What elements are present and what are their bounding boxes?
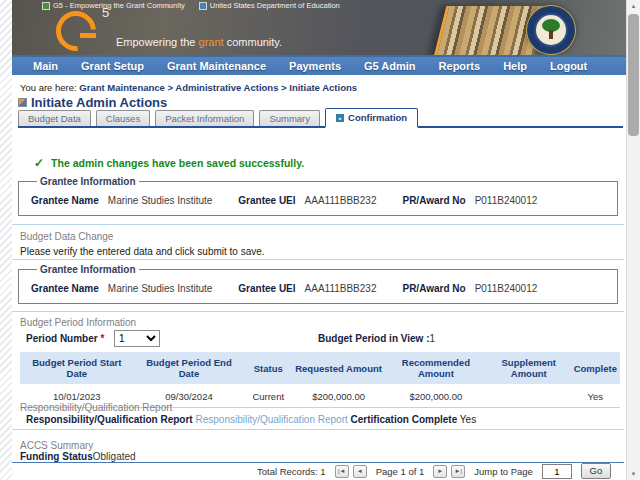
- tab-confirmation[interactable]: » Confirmation: [325, 108, 418, 128]
- page-indicator: Page 1 of 1: [376, 466, 425, 477]
- nav-item-reports[interactable]: Reports: [439, 60, 481, 72]
- scrollbar-down-arrow-icon[interactable]: ▼: [627, 468, 640, 480]
- nav-item-help[interactable]: Help: [503, 60, 527, 72]
- nav-item-logout[interactable]: Logout: [550, 60, 587, 72]
- grantee-uei-label: Grantee UEI: [238, 195, 295, 206]
- g5-logo-5: 5: [102, 5, 109, 20]
- fieldset-legend: Grantee Information: [37, 176, 139, 187]
- cell-status: Current: [244, 385, 292, 408]
- nav-item-payments[interactable]: Payments: [289, 60, 341, 72]
- budget-period-in-view: Budget Period in View :1: [318, 333, 435, 344]
- grantee-name-label: Grantee Name: [31, 195, 99, 206]
- nav-item-main[interactable]: Main: [33, 60, 58, 72]
- pr-award-no-label: PR/Award No: [402, 283, 465, 294]
- tab-summary[interactable]: Summary: [259, 110, 320, 126]
- scrollbar-thumb[interactable]: [628, 14, 639, 136]
- page-title-icon: [18, 98, 27, 107]
- col-start-date[interactable]: Budget Period Start Date: [20, 352, 134, 385]
- application-window: ▲ ▼ G5 - Empowering the Grant Community …: [0, 0, 640, 480]
- jump-to-page-input[interactable]: [542, 464, 572, 479]
- accs-summary-heading: ACCS Summary: [20, 440, 93, 451]
- tab-bar: Budget Data Clauses Packet Information S…: [18, 111, 623, 128]
- g5-logo: 5: [56, 9, 112, 55]
- budget-data-change-heading: Budget Data Change: [20, 231, 113, 242]
- fieldset-legend: Grantee Information: [37, 264, 139, 275]
- pr-award-no-value: P011B240012: [475, 195, 538, 206]
- col-supplement-amount[interactable]: Supplement Amount: [487, 352, 571, 385]
- grantee-information-fieldset: Grantee Information Grantee NameMarine S…: [18, 264, 618, 304]
- active-tab-icon: »: [336, 114, 344, 122]
- funding-status-line: Funding StatusObligated: [20, 451, 136, 462]
- separator: [12, 259, 624, 260]
- cell-complete: Yes: [571, 385, 620, 408]
- required-asterisk: *: [100, 333, 104, 344]
- g5-logo-g-arc: [48, 3, 104, 57]
- grantee-name-value: Marine Studies Institute: [108, 283, 213, 294]
- banner-title-ed: United States Department of Education: [199, 1, 340, 10]
- separator: [12, 429, 624, 430]
- grantee-uei-value: AAA111BBB232: [305, 195, 377, 206]
- col-complete[interactable]: Complete: [571, 352, 620, 385]
- next-page-button[interactable]: ►: [433, 465, 447, 478]
- breadcrumb-path[interactable]: Grant Maintenance > Administrative Actio…: [79, 82, 357, 93]
- g5-banner: G5 - Empowering the Grant Community Unit…: [12, 0, 627, 57]
- col-recommended-amount[interactable]: Recommended Amount: [385, 352, 487, 385]
- first-page-button[interactable]: |◄: [335, 465, 349, 478]
- period-number-select[interactable]: 1: [114, 330, 160, 347]
- grantee-name-value: Marine Studies Institute: [108, 195, 213, 206]
- success-message: ✓ The admin changes have been saved succ…: [34, 156, 304, 170]
- nav-item-grant-maintenance[interactable]: Grant Maintenance: [167, 60, 266, 72]
- seal-center: [536, 15, 566, 45]
- nav-item-grant-setup[interactable]: Grant Setup: [81, 60, 144, 72]
- seal-tree-trunk: [549, 30, 553, 39]
- table-header-row: Budget Period Start Date Budget Period E…: [20, 352, 620, 385]
- separator: [12, 311, 624, 312]
- certification-complete-value: Yes: [460, 414, 476, 425]
- last-page-button[interactable]: ►|: [451, 465, 465, 478]
- col-status[interactable]: Status: [244, 352, 292, 385]
- period-number-row: Period Number * 1 Budget Period in View …: [26, 330, 616, 348]
- banner-title-text: United States Department of Education: [210, 1, 340, 10]
- breadcrumb-prefix: You are here:: [20, 82, 77, 93]
- previous-page-button[interactable]: ◄: [353, 465, 367, 478]
- col-end-date[interactable]: Budget Period End Date: [134, 352, 245, 385]
- period-number-label: Period Number *: [26, 333, 104, 344]
- department-of-education-seal: [527, 6, 575, 54]
- pagination-bar: Total Records: 1 |◄ ◄ Page 1 of 1 ► ►| J…: [257, 463, 611, 479]
- col-requested-amount[interactable]: Requested Amount: [292, 352, 385, 385]
- budget-period-table: Budget Period Start Date Budget Period E…: [20, 352, 620, 408]
- main-nav: Main Grant Setup Grant Maintenance Payme…: [12, 57, 627, 75]
- cell-requested-amount: $200,000.00: [292, 385, 385, 408]
- responsibility-report-link[interactable]: Responsibility/Qualification Report: [195, 414, 347, 425]
- go-button[interactable]: Go: [581, 463, 611, 479]
- nav-item-g5-admin[interactable]: G5 Admin: [364, 60, 416, 72]
- pr-award-no-value: P011B240012: [475, 283, 538, 294]
- window-icon: [42, 2, 50, 10]
- grantee-information-fieldset: Grantee Information Grantee NameMarine S…: [18, 176, 618, 216]
- page-title: Initiate Admin Actions: [18, 95, 167, 110]
- tab-clauses[interactable]: Clauses: [96, 110, 150, 126]
- scrollbar-up-arrow-icon[interactable]: ▲: [627, 0, 640, 12]
- grantee-name-label: Grantee Name: [31, 283, 99, 294]
- funding-status-value: Obligated: [93, 451, 136, 462]
- pr-award-no-label: PR/Award No: [402, 195, 465, 206]
- responsibility-report-line: Responsibility/Qualification Report Resp…: [26, 414, 476, 425]
- cell-recommended-amount: $200,000.00: [385, 385, 487, 408]
- grantee-uei-value: AAA111BBB232: [305, 283, 377, 294]
- vertical-scrollbar[interactable]: ▲ ▼: [626, 0, 640, 480]
- funding-status-label: Funding Status: [20, 451, 93, 462]
- verify-instruction: Please verify the entered data and click…: [20, 246, 265, 257]
- cell-supplement-amount: [487, 385, 571, 408]
- budget-period-in-view-value: 1: [430, 333, 436, 344]
- page-content: G5 - Empowering the Grant Community Unit…: [12, 0, 627, 480]
- budget-period-information-heading: Budget Period Information: [20, 317, 136, 328]
- certification-complete-label: Certification Complete: [351, 414, 458, 425]
- responsibility-report-label: Responsibility/Qualification Report: [26, 414, 193, 425]
- grantee-uei-label: Grantee UEI: [238, 283, 295, 294]
- jump-to-page-label: Jump to Page: [474, 466, 533, 477]
- success-check-icon: ✓: [34, 156, 44, 170]
- banner-tagline: Empowering the grant community.: [116, 36, 282, 48]
- tab-packet-information[interactable]: Packet Information: [155, 110, 254, 126]
- tab-budget-data[interactable]: Budget Data: [18, 110, 91, 126]
- breadcrumb: You are here: Grant Maintenance > Admini…: [20, 82, 357, 93]
